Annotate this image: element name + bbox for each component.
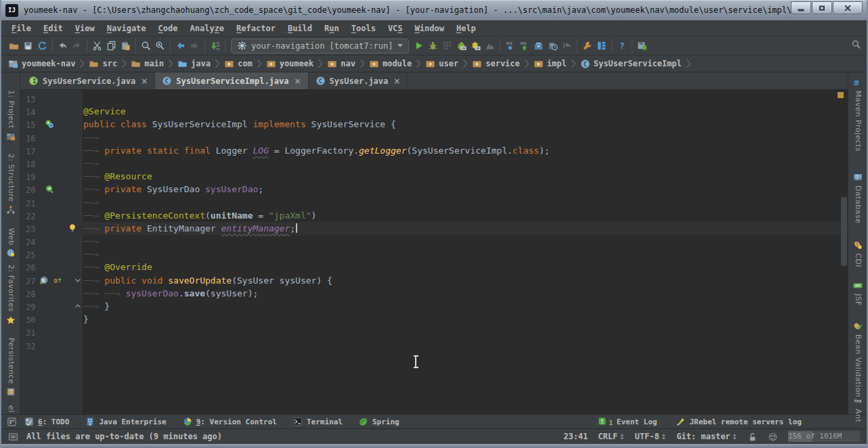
jrebel-m-icon[interactable]: m (39, 275, 49, 285)
menu-vcs[interactable]: VCS (382, 22, 409, 35)
code-text[interactable]: ──→ @Resource (81, 170, 848, 183)
save-all-button[interactable] (21, 39, 35, 53)
tab-sysuserserviceimpl-java[interactable]: CSysUserServiceImpl.java× (155, 72, 308, 89)
tab-sysuser-java[interactable]: CSysUser.java× (309, 72, 408, 89)
history-button[interactable] (546, 39, 560, 53)
code-text[interactable] (81, 326, 848, 338)
undo-button[interactable] (56, 39, 70, 53)
vcs-branch-widget[interactable]: Git: master↕ (676, 432, 737, 441)
breadcrumb-youmeek-nav[interactable]: youmeek-nav (7, 59, 77, 69)
menu-view[interactable]: View (69, 22, 101, 35)
fold-down-icon[interactable] (73, 275, 83, 285)
error-stripe-mark[interactable] (838, 92, 844, 98)
tab-sysuserservice-java[interactable]: ISysUserService.java× (22, 72, 155, 89)
shelve-button[interactable] (531, 39, 546, 53)
menu-build[interactable]: Build (282, 22, 318, 35)
stripe-toggle-icon[interactable] (7, 417, 17, 427)
redo-button[interactable] (70, 39, 84, 53)
tool-stripe-web[interactable]: Web (1, 228, 20, 258)
breadcrumb-service[interactable]: service (471, 59, 521, 69)
bean-icon[interactable] (45, 184, 54, 194)
rollback-button[interactable] (560, 39, 574, 53)
code-text[interactable] (81, 339, 848, 352)
highlighting-level-icon[interactable] (768, 432, 778, 442)
code-text[interactable]: ──→ (81, 131, 848, 144)
encoding-widget[interactable]: UTF-8↕ (635, 432, 667, 441)
vcs-up-button[interactable]: VCS (517, 39, 531, 53)
code-text[interactable]: ──→ private SysUserDao sysUserDao; (81, 183, 848, 196)
tool-stripe-2-favorites[interactable]: 2: Favorites (1, 265, 20, 325)
menu-window[interactable]: Window (409, 22, 450, 35)
forward-button[interactable] (188, 39, 202, 53)
profiler-button[interactable] (483, 39, 497, 53)
tool-stripe-jsf[interactable]: JSFJSF (848, 281, 867, 306)
background-tasks-icon[interactable] (8, 432, 18, 442)
vcs-down-button[interactable]: VCS (503, 39, 517, 53)
tool-window-button-terminal[interactable]: Terminal (293, 417, 343, 426)
code-text[interactable]: ──→ (81, 248, 848, 261)
search-everywhere-button[interactable] (851, 39, 861, 52)
run-configuration-select[interactable]: your-navigation [tomcat7:run] (231, 39, 409, 53)
breadcrumb-java[interactable]: java (176, 59, 212, 69)
coverage-button[interactable] (440, 39, 454, 53)
tool-stripe-bean-validation[interactable]: Bean Validation (848, 321, 867, 397)
run-button[interactable] (412, 39, 426, 53)
editor-scrollbar[interactable] (841, 197, 847, 266)
tool-window-button-java-enterprise[interactable]: Java Enterprise (85, 417, 166, 426)
memory-indicator[interactable]: 156 of 1016M (788, 431, 860, 442)
code-text[interactable]: ──→ ──→ sysUserDao.save(sysUser); (81, 287, 848, 300)
line-ending-widget[interactable]: CRLF↕ (598, 432, 624, 441)
menu-navigate[interactable]: Navigate (101, 22, 152, 35)
tool-stripe-1-project[interactable]: 1: Project (1, 90, 20, 141)
close-icon[interactable]: × (393, 76, 400, 86)
code-text[interactable]: ──→ (81, 157, 848, 170)
menu-run[interactable]: Run (318, 22, 345, 35)
tool-stripe-database[interactable]: Database (848, 173, 867, 224)
breadcrumb-youmeek[interactable]: youmeek (265, 59, 316, 69)
minimize-button[interactable] (791, 1, 811, 14)
breadcrumb-src[interactable]: src (87, 59, 118, 69)
close-button[interactable] (833, 1, 863, 14)
menu-edit[interactable]: Edit (37, 22, 69, 35)
code-text[interactable]: ──→ private static final Logger LOG = Lo… (81, 144, 848, 157)
breadcrumb-impl[interactable]: impl (532, 59, 568, 69)
breadcrumb-com[interactable]: com (223, 59, 254, 69)
menu-help[interactable]: Help (450, 22, 482, 35)
tool-stripe-persistence[interactable]: Persistence (1, 338, 20, 397)
code-text[interactable]: public class SysUserServiceImpl implemen… (81, 118, 848, 131)
maximize-button[interactable] (812, 1, 832, 14)
menu-file[interactable]: File (5, 22, 37, 35)
code-text[interactable]: ──→ private EntityManager entityManager; (81, 222, 848, 235)
compile-button[interactable]: 011001 (208, 39, 222, 53)
tool-stripe-2-structure[interactable]: 2: Structure (1, 154, 20, 215)
replace-button[interactable] (153, 39, 167, 53)
menu-code[interactable]: Code (152, 22, 184, 35)
jrebel-run-button[interactable]: JR (454, 39, 469, 53)
fold-up-icon[interactable] (73, 301, 83, 311)
overrides-icon[interactable]: o (53, 275, 62, 285)
bulb-icon[interactable] (68, 223, 77, 233)
menu-analyze[interactable]: Analyze (184, 22, 231, 35)
settings-button[interactable] (580, 39, 594, 53)
menu-tools[interactable]: Tools (345, 22, 382, 35)
code-text[interactable]: } (81, 313, 848, 326)
code-text[interactable]: ──→ @PersistenceContext(unitName = "jpaX… (81, 209, 848, 222)
tool-window-button-6-todo[interactable]: 6: TODO (24, 417, 69, 426)
find-button[interactable] (139, 39, 153, 53)
implements-icon[interactable] (45, 119, 54, 129)
lock-icon[interactable] (747, 432, 758, 442)
breadcrumb-module[interactable]: module (368, 59, 413, 69)
open-button[interactable] (7, 39, 21, 53)
tool-window-button-spring[interactable]: Spring (359, 417, 399, 426)
structure-button[interactable] (594, 39, 609, 53)
tool-window-button-9-version-control[interactable]: 9: Version Control (183, 417, 277, 426)
code-text[interactable]: @Service (81, 105, 848, 118)
jrebel-debug-button[interactable]: JR (469, 39, 483, 53)
jrebel-save-button[interactable] (635, 39, 649, 53)
code-text[interactable]: ──→ } (81, 300, 848, 313)
code-editor[interactable]: 1314@Service15public class SysUserServic… (20, 90, 848, 414)
paste-button[interactable] (118, 39, 133, 53)
breadcrumb-nav[interactable]: nav (326, 59, 357, 69)
back-button[interactable] (173, 39, 188, 53)
code-text[interactable]: ──→ @Override (81, 261, 848, 273)
